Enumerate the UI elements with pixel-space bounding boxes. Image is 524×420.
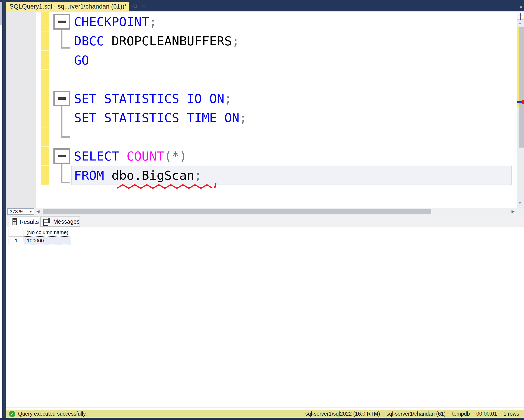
code-segment: CHECKPOINT (74, 15, 149, 29)
pin-icon[interactable] (132, 3, 137, 10)
code-segment: SET STATISTICS TIME ON (74, 111, 239, 125)
fold-toggle-block3[interactable] (53, 148, 70, 164)
grid-corner-cell[interactable] (9, 228, 24, 236)
code-segment: GO (74, 53, 89, 68)
results-grid-icon (12, 218, 17, 225)
results-tab-band (6, 215, 524, 227)
code-segment: DBCC (74, 34, 104, 48)
scroll-right-arrow[interactable]: ▶ (512, 209, 515, 214)
code-segment (119, 149, 127, 164)
chevron-down-icon: ▼ (29, 210, 34, 213)
minus-icon (58, 155, 66, 157)
code-segment (104, 34, 112, 48)
results-pane (6, 215, 524, 408)
vertical-scrollbar-thumb[interactable] (519, 27, 524, 148)
code-segment: ; (232, 34, 240, 48)
code-segment: ; (149, 15, 157, 29)
grid-cell-selected[interactable]: 100000 (24, 236, 71, 245)
status-database: tempdb (449, 411, 473, 417)
pane-divider (6, 408, 524, 408)
code-line-3[interactable]: GO (74, 51, 247, 70)
horizontal-scrollbar-thumb[interactable] (43, 209, 431, 214)
document-tab[interactable]: SQLQuery1.sql - sq...rver1\chandan (61))… (6, 2, 129, 11)
scrollbar-caret-marker (517, 101, 523, 103)
code-line-5[interactable]: SET STATISTICS IO ON; (74, 89, 247, 108)
tab-results[interactable]: Results (10, 217, 39, 227)
fold-toggle-block1[interactable] (53, 14, 70, 30)
status-bar: ✓ Query executed successfully. sql-serve… (6, 410, 524, 418)
code-segment (104, 168, 112, 183)
editor-selection-margin (6, 12, 36, 208)
tab-results-label: Results (17, 219, 39, 225)
code-segment: COUNT (127, 149, 164, 164)
code-segment: SET STATISTICS IO ON (74, 91, 224, 106)
close-icon[interactable]: ✕ (140, 3, 146, 9)
zoom-value: 378 % (8, 209, 29, 214)
success-check-icon: ✓ (9, 411, 15, 417)
fold-toggle-block2[interactable] (53, 91, 70, 106)
code-line-9[interactable]: FROM dbo.BigScan; (74, 166, 247, 185)
code-segment: SELECT (74, 149, 119, 164)
window-bottom-edge (0, 418, 524, 420)
status-server: sql-server1\sql2022 (16.0 RTM) (302, 411, 383, 417)
grid-column-header[interactable]: (No column name) (24, 228, 71, 236)
code-line-1[interactable]: CHECKPOINT; (74, 12, 247, 31)
tab-messages[interactable]: Messages (40, 217, 80, 227)
shell-corner-box (0, 2, 2, 26)
fold-foot-block3 (61, 182, 70, 184)
scroll-left-arrow[interactable]: ◀ (36, 209, 40, 214)
minus-icon (58, 97, 66, 100)
error-squiggle (117, 184, 214, 189)
code-segment: ; (239, 111, 247, 125)
code-segment: (*) (164, 149, 187, 164)
code-line-2[interactable]: DBCC DROPCLEANBUFFERS; (74, 31, 247, 51)
split-window-handle[interactable]: ╪ (517, 12, 524, 20)
code-text[interactable]: CHECKPOINT;DBCC DROPCLEANBUFFERS;GOSET S… (74, 12, 247, 185)
tracked-changes-bar (41, 12, 49, 185)
scroll-down-arrow[interactable]: ▼ (518, 201, 522, 205)
messages-icon (43, 218, 50, 225)
grid-row-header[interactable]: 1 (9, 236, 24, 245)
status-right-group: sql-server1\sql2022 (16.0 RTM) sql-serve… (302, 410, 522, 418)
code-segment: ; (194, 168, 202, 183)
fold-foot-block1 (61, 47, 70, 49)
status-message: Query executed successfully. (18, 411, 302, 417)
scroll-up-arrow[interactable]: ▲ (518, 21, 522, 26)
code-segment: DROPCLEANBUFFERS (112, 34, 232, 48)
code-line-7[interactable] (74, 127, 247, 147)
status-duration: 00:00:01 (473, 411, 500, 417)
fold-line-block2 (61, 106, 62, 136)
code-segment: FROM (74, 168, 104, 183)
status-rowcount: 1 rows (500, 411, 522, 417)
code-line-8[interactable]: SELECT COUNT(*) (74, 147, 247, 166)
code-line-4[interactable] (74, 70, 247, 89)
scrollbar-change-strip (517, 27, 519, 107)
tab-messages-label: Messages (50, 218, 79, 225)
shell-left-rail (2, 0, 6, 418)
code-line-6[interactable]: SET STATISTICS TIME ON; (74, 108, 247, 127)
minus-icon (58, 21, 66, 23)
fold-foot-block2 (61, 136, 70, 138)
code-segment: ; (224, 91, 232, 106)
fold-line-block1 (61, 30, 62, 47)
fold-line-block3 (61, 164, 62, 182)
document-tab-title: SQLQuery1.sql - sq...rver1\chandan (61))… (6, 3, 127, 10)
status-login: sql-server1\chandan (61) (384, 411, 449, 417)
code-segment: dbo.BigScan (112, 168, 194, 183)
tab-list-dropdown-icon[interactable]: ▼ (519, 5, 523, 10)
scrollbar-error-marker (522, 100, 524, 104)
ssms-window: SQLQuery1.sql - sq...rver1\chandan (61))… (0, 0, 524, 420)
editor-zoom-combobox[interactable]: 378 % ▼ (7, 208, 34, 215)
